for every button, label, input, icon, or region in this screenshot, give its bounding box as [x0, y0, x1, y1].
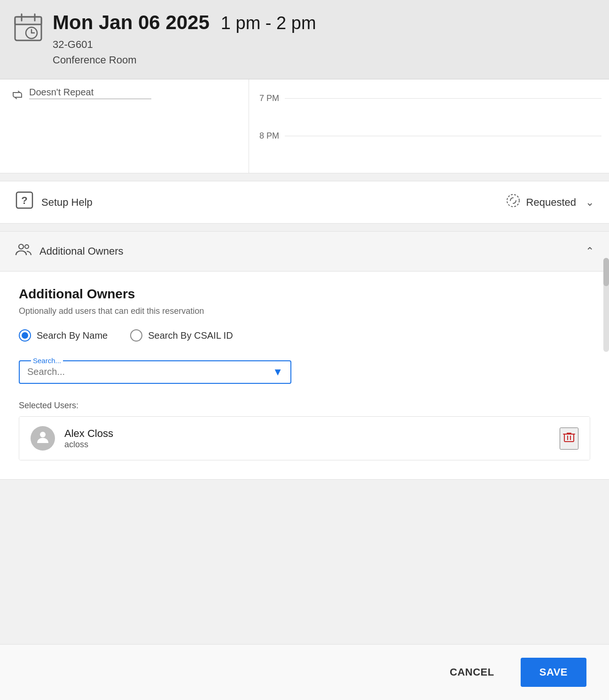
room-number: 32-G601 [53, 39, 93, 50]
chevron-down-icon[interactable]: ⌄ [586, 196, 594, 209]
svg-rect-1 [15, 17, 41, 24]
svg-point-10 [19, 244, 23, 249]
page-header: Mon Jan 06 2025 1 pm - 2 pm 32-G601 Conf… [0, 0, 609, 79]
search-input[interactable] [27, 365, 273, 379]
cancel-button[interactable]: CANCEL [435, 659, 509, 686]
table-row: Alex Closs acloss [19, 417, 590, 460]
event-date: Mon Jan 06 2025 [53, 11, 210, 34]
repeat-icon [11, 89, 23, 104]
search-type-radio-group: Search By Name Search By CSAIL ID [19, 329, 590, 342]
radio-by-csail-outer[interactable] [130, 329, 142, 342]
requested-section: Requested ⌄ [506, 193, 594, 211]
search-container: Search... ▼ [19, 357, 291, 384]
calendar-clock-icon [13, 12, 43, 48]
search-fieldset: Search... ▼ [19, 357, 291, 384]
radio-by-name[interactable]: Search By Name [19, 329, 108, 342]
additional-owners-subtitle: Optionally add users that can edit this … [19, 306, 590, 316]
save-button[interactable]: SAVE [521, 658, 586, 687]
radio-by-name-outer[interactable] [19, 329, 31, 342]
additional-owners-content: Additional Owners Optionally add users t… [0, 272, 609, 480]
repeat-label: Doesn't Repeat [29, 87, 151, 99]
additional-owners-header[interactable]: Additional Owners ⌃ [0, 231, 609, 272]
svg-text:?: ? [21, 194, 27, 206]
time-label-7pm: 7 PM [257, 93, 285, 103]
time-line-7pm [285, 98, 601, 99]
time-label-8pm: 8 PM [257, 131, 285, 141]
setup-help-row: ? Setup Help Requested ⌄ [0, 181, 609, 223]
svg-rect-13 [564, 434, 574, 442]
group-icon [15, 241, 32, 262]
question-box-icon: ? [15, 191, 34, 214]
scrollbar-thumb[interactable] [603, 258, 609, 286]
radio-by-csail-label: Search By CSAIL ID [148, 330, 233, 341]
room-type: Conference Room [53, 54, 137, 66]
radio-by-name-inner [22, 332, 28, 339]
sync-disabled-icon [506, 193, 521, 211]
header-text-block: Mon Jan 06 2025 1 pm - 2 pm 32-G601 Conf… [53, 11, 316, 68]
user-id: acloss [64, 440, 550, 450]
time-grid: 7 PM 8 PM [249, 79, 609, 173]
time-row-7pm: 7 PM [257, 79, 601, 117]
time-row-8pm: 8 PM [257, 117, 601, 155]
radio-by-csail[interactable]: Search By CSAIL ID [130, 329, 233, 342]
chevron-up-icon[interactable]: ⌃ [586, 245, 594, 257]
search-legend: Search... [31, 357, 63, 365]
radio-by-name-label: Search By Name [37, 330, 108, 341]
room-info: 32-G601 Conference Room [53, 37, 316, 68]
user-name: Alex Closs [64, 428, 550, 440]
setup-help-label: Setup Help [41, 196, 498, 209]
scrollbar-track[interactable] [603, 258, 609, 352]
left-panel: Doesn't Repeat [0, 79, 249, 173]
time-line-8pm [285, 136, 601, 136]
search-input-row: ▼ [27, 365, 283, 379]
additional-owners-header-label: Additional Owners [39, 245, 578, 257]
user-info: Alex Closs acloss [64, 428, 550, 450]
person-icon [35, 429, 50, 448]
selected-users-label: Selected Users: [19, 401, 590, 411]
additional-owners-title: Additional Owners [19, 287, 590, 302]
requested-label: Requested [526, 196, 576, 209]
delete-user-button[interactable] [560, 428, 578, 450]
avatar [31, 426, 55, 451]
svg-point-12 [40, 432, 46, 437]
svg-point-9 [507, 194, 519, 207]
footer: CANCEL SAVE [0, 644, 609, 700]
search-dropdown-icon[interactable]: ▼ [273, 366, 283, 378]
selected-users-list: Alex Closs acloss [19, 416, 590, 460]
main-content: Doesn't Repeat 7 PM 8 PM ? Setup Help [0, 79, 609, 644]
svg-point-11 [25, 245, 29, 249]
calendar-section: Doesn't Repeat 7 PM 8 PM [0, 79, 609, 173]
setup-help-section: ? Setup Help Requested ⌄ [0, 181, 609, 224]
event-time: 1 pm - 2 pm [221, 13, 316, 33]
